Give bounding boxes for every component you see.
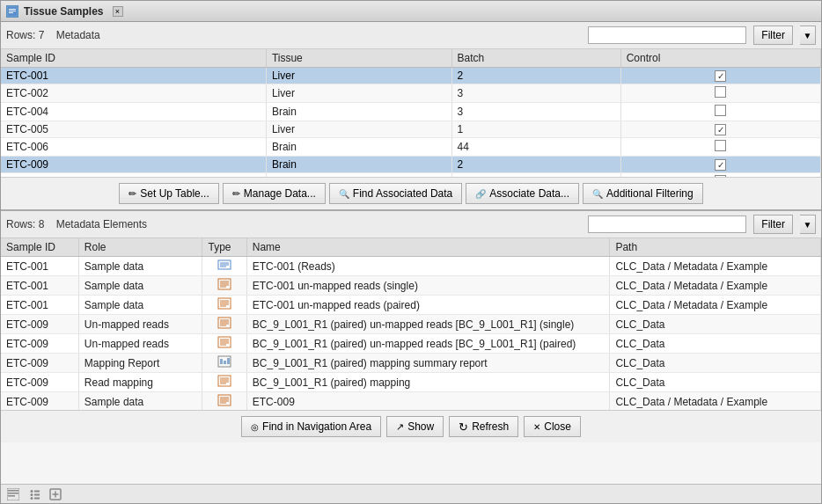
svg-point-48 (31, 493, 33, 496)
table-row[interactable]: ETC-001Sample dataETC-001 (Reads)CLC_Dat… (1, 257, 821, 276)
svg-point-50 (31, 497, 33, 500)
table-row[interactable]: ETC-001Sample dataETC-001 un-mapped read… (1, 296, 821, 315)
top-filter-button[interactable]: Filter (753, 26, 793, 45)
svg-rect-8 (218, 279, 231, 289)
bottom-table: Sample ID Role Type Name Path ETC-001Sam… (1, 238, 821, 410)
link-icon (475, 187, 486, 200)
control-checkbox[interactable] (715, 140, 726, 151)
title-bar: Tissue Samples × (1, 1, 821, 22)
top-table-scroll[interactable]: Sample ID Tissue Batch Control ETC-001Li… (1, 49, 821, 177)
top-table: Sample ID Tissue Batch Control ETC-001Li… (1, 49, 821, 177)
control-checkbox[interactable] (715, 86, 726, 98)
additional-filtering-button[interactable]: Additional Filtering (583, 183, 703, 204)
bcell-name: ETC-009 (246, 392, 610, 411)
table-row[interactable]: ETC-001Sample dataETC-001 un-mapped read… (1, 276, 821, 296)
bcell-role: Mapping Report (78, 354, 202, 373)
control-checkbox[interactable] (715, 70, 726, 82)
close-window-button[interactable]: × (113, 6, 123, 17)
bottom-rows-info: Rows: 8 Metadata Elements (6, 218, 581, 230)
bcell-name: BC_9_L001_R1 (paired) mapping summary re… (246, 354, 610, 373)
cell-control (620, 68, 820, 84)
table-row[interactable]: ETC-009Sample dataETC-009CLC_Data / Meta… (1, 392, 821, 411)
bcell-sample-id: ETC-001 (1, 296, 78, 315)
top-rows-info: Rows: 7 Metadata (6, 29, 581, 41)
bcell-type (202, 373, 246, 392)
control-checkbox[interactable] (715, 105, 726, 116)
top-filter-input[interactable] (588, 26, 746, 44)
bcell-path: CLC_Data / Metadata / Example (610, 392, 821, 411)
find-associated-button[interactable]: Find Associated Data (329, 183, 462, 204)
cell-batch: 3 (451, 84, 620, 103)
svg-rect-3 (9, 12, 13, 13)
svg-rect-29 (220, 359, 223, 364)
bcell-sample-id: ETC-009 (1, 315, 78, 334)
bottom-filter-input[interactable] (588, 215, 746, 233)
bcell-sample-id: ETC-009 (1, 334, 78, 354)
additional-filtering-label: Additional Filtering (606, 187, 694, 200)
refresh-button[interactable]: Refresh (449, 416, 518, 437)
bcell-name: ETC-001 un-mapped reads (paired) (246, 296, 610, 315)
cell-control (620, 138, 820, 157)
control-checkbox[interactable] (715, 124, 726, 135)
associate-data-button[interactable]: Associate Data... (466, 183, 579, 204)
table-row[interactable]: ETC-009Un-mapped readsBC_9_L001_R1 (pair… (1, 334, 821, 354)
cell-sample-id: ETC-009 (1, 157, 266, 173)
bcell-path: CLC_Data / Metadata / Example (610, 276, 821, 296)
find-nav-button[interactable]: Find in Navigation Area (241, 416, 381, 437)
table-row[interactable]: ETC-006Brain44 (1, 138, 821, 157)
pencil-icon-1 (128, 187, 136, 200)
table-row[interactable]: ETC-009Un-mapped readsBC_9_L001_R1 (pair… (1, 315, 821, 334)
window-title: Tissue Samples (24, 5, 104, 18)
top-filter-dropdown[interactable]: ▼ (800, 26, 816, 45)
bcell-type (202, 392, 246, 411)
cell-batch: 3 (451, 103, 620, 121)
status-icon-2[interactable] (27, 487, 41, 501)
bottom-filter-dropdown[interactable]: ▼ (800, 215, 816, 234)
svg-rect-43 (8, 490, 18, 492)
status-icon-1[interactable] (6, 487, 20, 501)
bcell-role: Sample data (78, 257, 202, 276)
setup-table-button[interactable]: Set Up Table... (119, 183, 219, 204)
bcell-sample-id: ETC-001 (1, 276, 78, 296)
bcell-sample-id: ETC-001 (1, 257, 78, 276)
cell-batch: 1 (451, 121, 620, 138)
bottom-filter-button[interactable]: Filter (753, 215, 793, 234)
bottom-table-header: Sample ID Role Type Name Path (1, 238, 821, 257)
status-icon-3[interactable] (48, 487, 62, 501)
bcell-sample-id: ETC-009 (1, 354, 78, 373)
table-row[interactable]: ETC-009Read mappingBC_9_L001_R1 (paired)… (1, 373, 821, 392)
bcell-type (202, 315, 246, 334)
pencil-icon-2 (232, 187, 240, 200)
svg-rect-32 (218, 376, 231, 386)
table-row[interactable]: ETC-009Mapping ReportBC_9_L001_R1 (paire… (1, 354, 821, 373)
bcell-type (202, 276, 246, 296)
svg-rect-18 (218, 318, 231, 328)
show-button[interactable]: Show (386, 416, 444, 437)
status-bar (1, 484, 821, 503)
svg-rect-44 (8, 493, 18, 494)
col-batch: Batch (451, 49, 620, 68)
bottom-table-scroll[interactable]: Sample ID Role Type Name Path ETC-001Sam… (1, 238, 821, 410)
table-row[interactable]: ETC-001Liver2 (1, 68, 821, 84)
cell-batch: 2 (451, 157, 620, 173)
table-row[interactable]: ETC-002Liver3 (1, 84, 821, 103)
table-row[interactable]: ETC-005Liver1 (1, 121, 821, 138)
find-associated-label: Find Associated Data (353, 187, 452, 200)
cell-control (620, 121, 820, 138)
bottom-table-body: ETC-001Sample dataETC-001 (Reads)CLC_Dat… (1, 257, 821, 411)
manage-data-button[interactable]: Manage Data... (223, 183, 326, 204)
manage-data-label: Manage Data... (244, 187, 316, 200)
col-tissue: Tissue (266, 49, 451, 68)
table-row[interactable]: ETC-004Brain3 (1, 103, 821, 121)
control-checkbox[interactable] (715, 159, 726, 171)
cell-tissue: Brain (266, 103, 451, 121)
bcell-name: BC_9_L001_R1 (paired) mapping (246, 373, 610, 392)
table-row[interactable]: ETC-009Brain2 (1, 157, 821, 173)
bcell-path: CLC_Data / Metadata / Example (610, 257, 821, 276)
bottom-section: Rows: 8 Metadata Elements Filter ▼ Sampl… (1, 211, 821, 484)
svg-rect-45 (8, 495, 15, 497)
bcol-name: Name (246, 238, 610, 257)
cell-sample-id: ETC-006 (1, 138, 266, 157)
close-button[interactable]: Close (524, 416, 581, 437)
show-label: Show (407, 420, 434, 433)
